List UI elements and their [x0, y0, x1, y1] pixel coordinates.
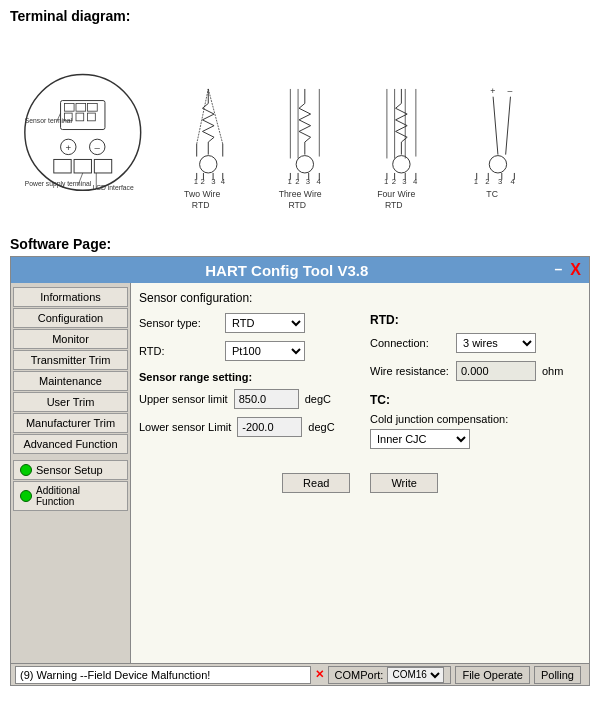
svg-text:+: +: [490, 86, 495, 96]
svg-point-72: [489, 156, 506, 173]
file-operate-label: File Operate: [462, 669, 523, 681]
rtd-section-title: RTD:: [370, 313, 581, 327]
lower-limit-input[interactable]: [237, 417, 302, 437]
svg-rect-4: [88, 103, 98, 111]
polling-section[interactable]: Polling: [534, 666, 581, 684]
svg-text:Three Wire: Three Wire: [279, 189, 322, 199]
config-title: Sensor configuration:: [139, 291, 581, 305]
polling-label: Polling: [541, 669, 574, 681]
upper-limit-label: Upper sensor limit: [139, 393, 228, 405]
close-button[interactable]: X: [570, 261, 581, 279]
green-dot-additional: [20, 490, 32, 502]
svg-text:2: 2: [201, 177, 205, 186]
upper-limit-row: Upper sensor limit degC: [139, 389, 350, 409]
sensor-type-row: Sensor type: RTD TC: [139, 313, 350, 333]
hart-body: Informations Configuration Monitor Trans…: [11, 283, 589, 663]
upper-limit-input[interactable]: [234, 389, 299, 409]
sensor-type-select[interactable]: RTD TC: [225, 313, 305, 333]
connection-label: Connection:: [370, 337, 450, 349]
wire-resistance-row: Wire resistance: ohm: [370, 361, 581, 381]
minimize-button[interactable]: –: [555, 261, 563, 279]
sensor-range-title: Sensor range setting:: [139, 371, 350, 383]
software-page-title: Software Page:: [0, 234, 600, 256]
sidebar-item-configuration[interactable]: Configuration: [13, 308, 128, 328]
terminal-diagram-title: Terminal diagram:: [10, 8, 590, 24]
svg-point-37: [296, 156, 313, 173]
write-button[interactable]: Write: [370, 473, 437, 493]
svg-text:Two Wire: Two Wire: [184, 189, 220, 199]
sidebar-item-additional-function[interactable]: Additional Function: [13, 481, 128, 511]
terminal-diagram: + – Sensor terminal Power supply termina…: [10, 30, 590, 230]
svg-rect-1: [61, 101, 105, 130]
svg-text:+: +: [65, 142, 71, 153]
svg-rect-2: [64, 103, 74, 111]
svg-text:2: 2: [295, 177, 299, 186]
cold-junction-row: Inner CJC External CJC: [370, 429, 581, 449]
com-port-section: COMPort: COM16: [328, 666, 452, 684]
svg-text:1: 1: [287, 177, 291, 186]
svg-text:4: 4: [221, 177, 226, 186]
diagram-svg: + – Sensor terminal Power supply termina…: [20, 35, 580, 225]
wire-unit: ohm: [542, 365, 563, 377]
rtd-row: RTD: Pt100 Pt1000 Ni100: [139, 341, 350, 361]
hart-titlebar: HART Config Tool V3.8 – X: [11, 257, 589, 283]
wire-resistance-input[interactable]: [456, 361, 536, 381]
com-port-label: COMPort:: [335, 669, 384, 681]
status-x-icon: ✕: [315, 668, 324, 681]
hart-window: HART Config Tool V3.8 – X Informations C…: [10, 256, 590, 686]
svg-rect-13: [74, 159, 91, 173]
svg-text:3: 3: [402, 177, 406, 186]
cold-junction-select[interactable]: Inner CJC External CJC: [370, 429, 470, 449]
tc-section-title: TC:: [370, 393, 581, 407]
rtd-label: RTD:: [139, 345, 219, 357]
lower-unit: degC: [308, 421, 334, 433]
com-port-select[interactable]: COM16: [387, 667, 444, 683]
statusbar: (9) Warning --Field Device Malfunction! …: [11, 663, 589, 685]
power-supply-label: Power supply terminal: [25, 180, 92, 188]
sidebar-item-transmitter-trim[interactable]: Transmitter Trim: [13, 350, 128, 370]
window-controls: – X: [555, 261, 581, 279]
svg-rect-12: [54, 159, 71, 173]
file-operate-section[interactable]: File Operate: [455, 666, 530, 684]
sidebar-item-advanced-function[interactable]: Advanced Function: [13, 434, 128, 454]
sidebar-item-manufacturer-trim[interactable]: Manufacturer Trim: [13, 413, 128, 433]
svg-point-20: [200, 156, 217, 173]
sensor-type-label: Sensor type:: [139, 317, 219, 329]
sensor-terminal-label: Sensor terminal: [25, 117, 73, 124]
connection-select[interactable]: 2 wires 3 wires 4 wires: [456, 333, 536, 353]
svg-rect-7: [88, 113, 96, 121]
lcd-interface-label: LCD interface: [92, 184, 134, 191]
sidebar-item-monitor[interactable]: Monitor: [13, 329, 128, 349]
hart-title: HART Config Tool V3.8: [19, 262, 555, 279]
lower-limit-row: Lower sensor Limit degC: [139, 417, 350, 437]
main-content: Sensor configuration: Sensor type: RTD T…: [131, 283, 589, 663]
top-section: Terminal diagram: + – Senso: [0, 0, 600, 234]
sidebar-item-sensor-setup[interactable]: Sensor Setup: [13, 460, 128, 480]
svg-text:2: 2: [392, 177, 396, 186]
read-button[interactable]: Read: [282, 473, 350, 493]
warning-text: (9) Warning --Field Device Malfunction!: [20, 669, 210, 681]
svg-text:–: –: [95, 142, 101, 153]
svg-line-70: [493, 97, 498, 155]
svg-text:3: 3: [306, 177, 310, 186]
svg-line-31: [197, 89, 209, 144]
sidebar-item-user-trim[interactable]: User Trim: [13, 392, 128, 412]
cold-junction-label: Cold junction compensation:: [370, 413, 581, 425]
svg-text:1: 1: [474, 177, 478, 186]
sidebar-item-informations[interactable]: Informations: [13, 287, 128, 307]
sidebar-item-maintenance[interactable]: Maintenance: [13, 371, 128, 391]
svg-rect-6: [76, 113, 84, 121]
svg-line-71: [506, 97, 511, 155]
lower-limit-label: Lower sensor Limit: [139, 421, 231, 433]
form-grid: Sensor type: RTD TC RTD: Pt100 Pt1000 Ni…: [139, 313, 581, 457]
status-warning: (9) Warning --Field Device Malfunction!: [15, 666, 311, 684]
svg-text:TC: TC: [486, 189, 498, 199]
connection-row: Connection: 2 wires 3 wires 4 wires: [370, 333, 581, 353]
svg-text:–: –: [508, 86, 513, 96]
rtd-select[interactable]: Pt100 Pt1000 Ni100: [225, 341, 305, 361]
sidebar: Informations Configuration Monitor Trans…: [11, 283, 131, 663]
svg-text:1: 1: [384, 177, 388, 186]
upper-unit: degC: [305, 393, 331, 405]
svg-rect-3: [76, 103, 86, 111]
svg-text:RTD: RTD: [385, 200, 403, 210]
